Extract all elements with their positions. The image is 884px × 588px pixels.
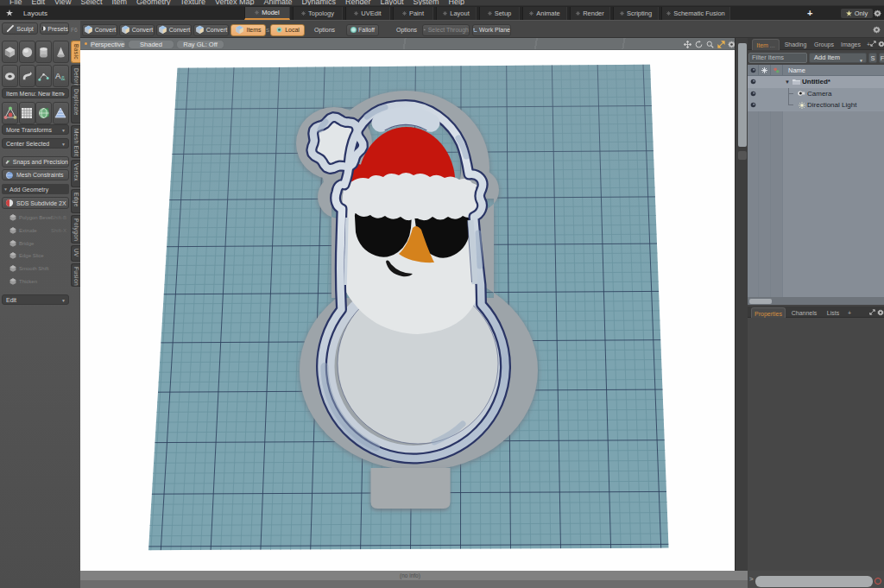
svg-text:&: & [60,74,65,82]
